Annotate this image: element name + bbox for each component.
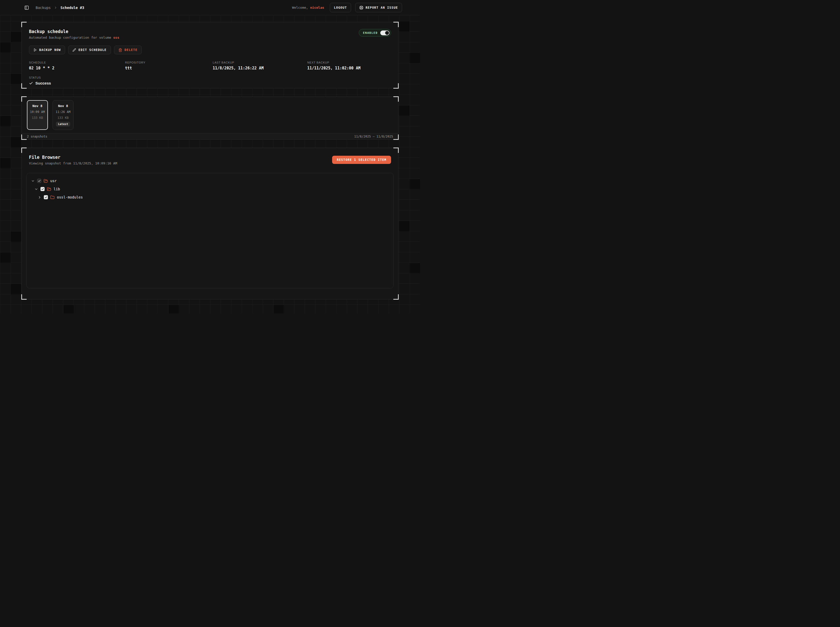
chevron-right-icon[interactable] xyxy=(38,195,41,199)
toggle-knob xyxy=(385,31,389,35)
snapshot-size: 133 KB xyxy=(27,116,47,120)
chevron-down-icon[interactable] xyxy=(34,187,38,191)
snapshot-time: 10:09 AM xyxy=(27,110,47,114)
backup-schedule-panel: Backup schedule Automated backup configu… xyxy=(22,22,398,88)
restore-selected-button[interactable]: RESTORE 1 SELECTED ITEM xyxy=(332,156,391,164)
snapshot-date: Nov 8 xyxy=(53,104,73,108)
page: Backups Schedule #3 Welcome, nicolas LOG… xyxy=(0,0,420,314)
corner-bracket xyxy=(393,294,399,300)
edit-schedule-button[interactable]: EDIT SCHEDULE xyxy=(68,46,111,54)
main-content: Backup schedule Automated backup configu… xyxy=(0,22,420,299)
subtitle-prefix: Automated backup configuration for volum… xyxy=(29,36,111,39)
snapshot-date: Nov 8 xyxy=(27,104,47,108)
breadcrumb-backups-link[interactable]: Backups xyxy=(36,6,51,10)
username: nicolas xyxy=(310,6,324,9)
folder-icon xyxy=(50,195,55,200)
status-value: Success xyxy=(35,81,51,85)
check-icon xyxy=(29,81,33,85)
file-tree: usr lib xyxy=(27,173,393,288)
field-value: 11/11/2025, 11:02:00 AM xyxy=(307,66,391,71)
backup-now-label: BACKUP NOW xyxy=(39,48,61,52)
panel-left-icon xyxy=(24,5,29,10)
chevron-down-icon[interactable] xyxy=(31,179,35,183)
corner-bracket xyxy=(21,22,27,27)
corner-bracket xyxy=(21,294,27,300)
top-bar: Backups Schedule #3 Welcome, nicolas LOG… xyxy=(0,0,420,15)
corner-bracket xyxy=(393,22,399,27)
field-label: NEXT BACKUP xyxy=(307,61,391,64)
checkbox-lib[interactable] xyxy=(41,187,44,191)
file-browser-title: File Browser xyxy=(29,155,117,160)
latest-badge: Latest xyxy=(56,122,70,126)
enabled-label: ENABLED xyxy=(363,31,378,35)
breadcrumb-current-page: Schedule #3 xyxy=(60,6,84,10)
welcome-text: Welcome, nicolas xyxy=(292,6,324,9)
grid-shade xyxy=(169,305,179,314)
enabled-toggle[interactable]: ENABLED xyxy=(359,29,391,37)
trash-icon xyxy=(118,48,122,52)
snapshots-footer: 2 snapshots 11/8/2025 – 11/8/2025 xyxy=(22,133,398,139)
field-next-backup: NEXT BACKUP 11/11/2025, 11:02:00 AM xyxy=(307,61,391,71)
toggle-switch[interactable] xyxy=(380,30,390,35)
tree-item-lib[interactable]: lib xyxy=(27,185,393,193)
tree-item-label: usr xyxy=(50,179,57,183)
field-label: STATUS xyxy=(29,76,391,79)
snapshot-card[interactable]: Nov 8 11:26 AM 133 KB Latest xyxy=(52,100,74,130)
field-status: STATUS Success xyxy=(29,76,391,85)
delete-button[interactable]: DELETE xyxy=(114,46,142,54)
panel-subtitle: Automated backup configuration for volum… xyxy=(29,36,119,39)
corner-bracket xyxy=(393,83,399,88)
folder-open-icon xyxy=(47,187,51,191)
tree-item-label: lib xyxy=(54,187,60,191)
welcome-prefix: Welcome, xyxy=(292,6,308,9)
tree-item-ossl-modules[interactable]: ossl-modules xyxy=(27,193,393,201)
field-value: ttt xyxy=(125,66,213,71)
snapshot-time: 11:26 AM xyxy=(53,110,73,114)
chevron-right-icon xyxy=(54,6,57,9)
field-schedule: SCHEDULE 02 10 * * 2 xyxy=(29,61,125,71)
lifebuoy-icon xyxy=(359,6,363,10)
snapshot-date-range: 11/8/2025 – 11/8/2025 xyxy=(354,135,393,138)
snapshot-card-selected[interactable]: Nov 8 10:09 AM 133 KB xyxy=(27,100,48,130)
field-label: LAST BACKUP xyxy=(213,61,307,64)
report-issue-button[interactable]: REPORT AN ISSUE xyxy=(355,3,402,12)
file-browser-subtitle: Viewing snapshot from 11/8/2025, 10:09:1… xyxy=(29,161,117,165)
sidebar-toggle-button[interactable] xyxy=(24,5,29,10)
field-last-backup: LAST BACKUP 11/8/2025, 11:26:22 AM xyxy=(213,61,307,71)
field-value: 02 10 * * 2 xyxy=(29,66,125,71)
play-icon xyxy=(33,48,37,52)
breadcrumb: Backups Schedule #3 xyxy=(36,6,84,10)
delete-label: DELETE xyxy=(125,48,137,52)
folder-open-icon xyxy=(44,179,48,183)
snapshots-panel: Nov 8 10:09 AM 133 KB Nov 8 11:26 AM 133… xyxy=(22,96,398,140)
tree-item-usr[interactable]: usr xyxy=(27,177,393,185)
pencil-icon xyxy=(73,48,76,52)
grid-shade xyxy=(63,305,74,314)
field-label: REPOSITORY xyxy=(125,61,213,64)
tree-item-label: ossl-modules xyxy=(57,195,83,199)
panel-title: Backup schedule xyxy=(29,29,119,34)
backup-now-button[interactable]: BACKUP NOW xyxy=(29,46,65,54)
volume-name: sss xyxy=(113,36,119,39)
field-value: 11/8/2025, 11:26:22 AM xyxy=(213,66,307,71)
grid-shade xyxy=(274,305,284,314)
snapshot-strip: Nov 8 10:09 AM 133 KB Nov 8 11:26 AM 133… xyxy=(22,97,398,133)
file-browser-panel: File Browser Viewing snapshot from 11/8/… xyxy=(22,148,398,299)
checkbox-ossl-modules[interactable] xyxy=(44,195,48,199)
field-repository: REPOSITORY ttt xyxy=(125,61,213,71)
corner-bracket xyxy=(21,83,27,88)
field-label: SCHEDULE xyxy=(29,61,125,64)
logout-button[interactable]: LOGOUT xyxy=(330,3,351,12)
report-issue-label: REPORT AN ISSUE xyxy=(366,6,398,9)
snapshot-size: 133 KB xyxy=(53,116,73,120)
edit-schedule-label: EDIT SCHEDULE xyxy=(78,48,107,52)
checkbox-usr[interactable] xyxy=(37,179,41,183)
snapshot-count: 2 snapshots xyxy=(27,135,47,138)
